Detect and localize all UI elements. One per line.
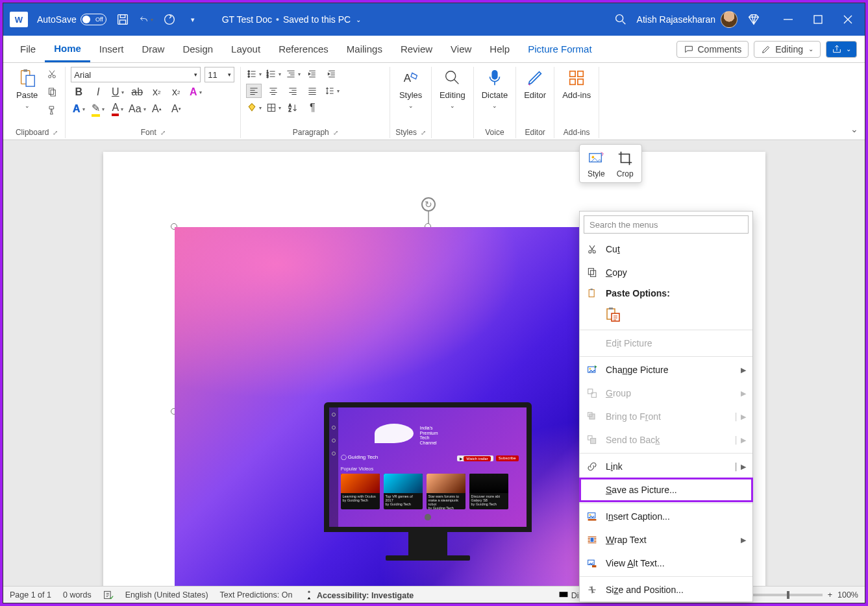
- search-icon[interactable]: [614, 12, 628, 27]
- undo-icon[interactable]: [139, 12, 153, 27]
- zoom-slider[interactable]: − + 100%: [741, 590, 858, 600]
- underline-button[interactable]: U: [110, 85, 125, 99]
- shading-button[interactable]: [246, 101, 262, 115]
- minimize-button[interactable]: [782, 13, 795, 26]
- collapse-ribbon-icon[interactable]: ⌄: [850, 124, 858, 134]
- clipboard-launcher-icon[interactable]: ⤢: [53, 129, 58, 136]
- text-outline-button[interactable]: A: [71, 102, 86, 116]
- font-family-combo[interactable]: Arial▾: [71, 67, 201, 82]
- svg-point-57: [589, 514, 591, 515]
- format-painter-icon[interactable]: [44, 103, 60, 117]
- comments-button[interactable]: Comments: [676, 41, 749, 58]
- decrease-indent-button[interactable]: [304, 67, 320, 81]
- tab-review[interactable]: Review: [391, 36, 441, 62]
- tab-view[interactable]: View: [441, 36, 480, 62]
- crop-button[interactable]: Crop: [614, 149, 636, 180]
- italic-button[interactable]: I: [90, 85, 106, 99]
- text-effects-button[interactable]: A: [188, 85, 203, 99]
- show-marks-button[interactable]: ¶: [304, 101, 320, 115]
- svg-rect-44: [591, 289, 593, 290]
- status-accessibility[interactable]: Accessibility: Investigate: [304, 590, 414, 600]
- borders-button[interactable]: [266, 101, 281, 115]
- save-icon[interactable]: [116, 12, 130, 27]
- addins-button[interactable]: Add-ins: [560, 67, 593, 101]
- ctx-insert-caption[interactable]: Insert Caption...: [580, 505, 752, 528]
- status-language[interactable]: English (United States): [125, 590, 208, 600]
- paste-keep-icon: [604, 306, 623, 324]
- paste-button[interactable]: Paste⌄: [14, 67, 40, 110]
- copy-icon[interactable]: [44, 85, 60, 99]
- align-center-button[interactable]: [266, 84, 281, 98]
- svg-rect-48: [588, 367, 595, 372]
- ctx-link[interactable]: Link│ ▶: [580, 455, 752, 478]
- line-spacing-button[interactable]: [324, 84, 340, 98]
- editing-button[interactable]: Editing⌄: [437, 67, 468, 110]
- ctx-paste-option-keep[interactable]: [580, 302, 752, 328]
- ctx-size-position[interactable]: Size and Position...: [580, 578, 752, 601]
- zoom-percent[interactable]: 100%: [837, 590, 858, 600]
- change-case-button[interactable]: Aa: [129, 102, 145, 116]
- ctx-save-as-picture[interactable]: Save as Picture...: [580, 478, 752, 502]
- account-button[interactable]: Atish Rajasekharan: [637, 11, 738, 28]
- picture-style-button[interactable]: Style: [585, 149, 608, 180]
- ctx-cut[interactable]: Cut: [580, 237, 752, 261]
- ctx-change-picture[interactable]: Change Picture▶: [580, 358, 752, 382]
- tab-insert[interactable]: Insert: [90, 36, 133, 62]
- superscript-button[interactable]: x2: [168, 85, 184, 99]
- dictate-button[interactable]: Dictate⌄: [479, 67, 510, 110]
- strikethrough-button[interactable]: ab: [129, 85, 145, 99]
- ctx-copy[interactable]: Copy: [580, 261, 752, 284]
- highlight-button[interactable]: ✎: [90, 102, 106, 116]
- ctx-view-alt-text[interactable]: View Alt Text...: [580, 551, 752, 575]
- align-left-button[interactable]: [246, 84, 262, 98]
- sort-button[interactable]: AZ: [285, 101, 301, 115]
- tab-references[interactable]: References: [269, 36, 338, 62]
- subscript-button[interactable]: x2: [149, 85, 164, 99]
- maximize-button[interactable]: [812, 13, 825, 26]
- align-right-button[interactable]: [285, 84, 301, 98]
- increase-indent-button[interactable]: [324, 67, 340, 81]
- menu-search-input[interactable]: Search the menus: [584, 215, 749, 234]
- grow-font-button[interactable]: A▴: [149, 102, 164, 116]
- styles-button[interactable]: A Styles⌄: [395, 67, 426, 110]
- ctx-wrap-text[interactable]: Wrap Text▶: [580, 528, 752, 551]
- shrink-font-button[interactable]: A▾: [168, 102, 184, 116]
- styles-launcher-icon[interactable]: ⤢: [421, 129, 426, 136]
- svg-rect-8: [26, 75, 34, 86]
- justify-button[interactable]: [304, 84, 320, 98]
- share-button[interactable]: ⌄: [826, 41, 857, 58]
- font-color-button[interactable]: A: [110, 102, 125, 116]
- editor-button[interactable]: Editor: [521, 67, 549, 101]
- numbering-button[interactable]: 123: [266, 67, 281, 81]
- multilevel-button[interactable]: [285, 67, 301, 81]
- cut-icon[interactable]: [44, 67, 60, 81]
- paragraph-launcher-icon[interactable]: ⤢: [333, 129, 338, 136]
- status-words[interactable]: 0 words: [63, 590, 92, 600]
- bullets-button[interactable]: [246, 67, 262, 81]
- status-predictions[interactable]: Text Predictions: On: [220, 590, 293, 600]
- zoom-in-button[interactable]: +: [828, 590, 832, 600]
- qat-customize-icon[interactable]: ▾: [186, 12, 200, 27]
- tab-mailings[interactable]: Mailings: [338, 36, 391, 62]
- font-launcher-icon[interactable]: ⤢: [160, 129, 166, 136]
- editing-mode-button[interactable]: Editing⌄: [754, 41, 821, 58]
- rotate-handle[interactable]: [421, 197, 436, 212]
- tab-home[interactable]: Home: [45, 36, 90, 62]
- close-button[interactable]: [841, 13, 854, 26]
- tab-picture-format[interactable]: Picture Format: [519, 36, 601, 62]
- autosave-toggle[interactable]: AutoSave Off: [37, 14, 106, 25]
- status-page[interactable]: Page 1 of 1: [10, 590, 51, 600]
- tab-layout[interactable]: Layout: [222, 36, 269, 62]
- bold-button[interactable]: B: [71, 85, 86, 99]
- ribbon-group-paragraph: 123 AZ ¶ Paragraph⤢: [241, 67, 390, 138]
- svg-rect-37: [589, 154, 602, 162]
- font-size-combo[interactable]: 11▾: [205, 67, 234, 82]
- diamond-icon[interactable]: [747, 12, 761, 27]
- redo-icon[interactable]: [162, 12, 177, 27]
- document-title[interactable]: GT Test Doc • Saved to this PC ⌄: [222, 14, 361, 25]
- tab-file[interactable]: File: [11, 36, 45, 62]
- tab-draw[interactable]: Draw: [132, 36, 173, 62]
- tab-design[interactable]: Design: [173, 36, 222, 62]
- tab-help[interactable]: Help: [480, 36, 519, 62]
- spell-check-icon[interactable]: [103, 590, 114, 600]
